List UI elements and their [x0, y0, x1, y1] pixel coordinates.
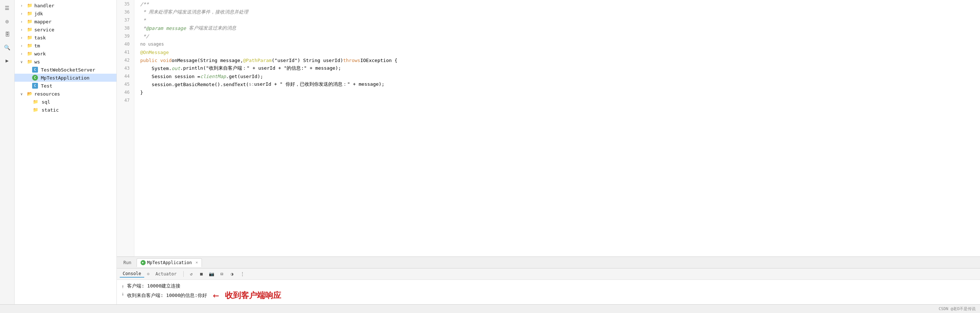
close-tab-btn[interactable]: ×: [196, 260, 198, 265]
code-line-41: @OnMessage: [140, 48, 974, 56]
tree-item-handler[interactable]: › 📁 handler: [14, 2, 116, 10]
folder-icon: 📁: [26, 58, 33, 65]
folder-icon: 📁: [26, 18, 33, 25]
line-41: 41: [121, 48, 130, 56]
tree-item-tm[interactable]: › 📁 tm: [14, 41, 116, 49]
folder-icon-sql: 📁: [32, 99, 39, 105]
arrow-icon: ›: [21, 4, 26, 8]
tree-item-jdk[interactable]: › 📁 jdk: [14, 10, 116, 17]
tree-item-sql[interactable]: 📁 sql: [14, 98, 116, 106]
tab-actuator[interactable]: Actuator: [153, 271, 180, 277]
folder-icon-static: 📁: [32, 106, 39, 113]
tree-item-service[interactable]: › 📁 service: [14, 25, 116, 33]
tree-item-test[interactable]: C Test: [14, 82, 116, 90]
folder-icon: 📁: [26, 34, 33, 41]
play-icon[interactable]: ▶: [2, 56, 13, 66]
console-output: ↑ ↓ 客户端: 10000建立连接 收到来自客户端: 10000的信息:你好 …: [117, 280, 980, 304]
run-icon: ▶: [141, 260, 146, 265]
console-output-area: ↑ ↓ 客户端: 10000建立连接 收到来自客户端: 10000的信息:你好 …: [121, 283, 975, 301]
line-38: 38: [121, 24, 130, 32]
arrow-icon: ›: [21, 36, 26, 40]
run-tab-mptestapplication[interactable]: ▶ MpTestApplication ×: [137, 258, 202, 267]
folder-icon: 📁: [26, 10, 33, 17]
file-tree: › 📁 handler › 📁 jdk › 📁 mapper › 📁 servi…: [14, 0, 117, 304]
circle-icon[interactable]: ◎: [2, 16, 13, 26]
annotation-label: 收到客户端响应: [225, 290, 281, 301]
class-icon-c: C: [32, 67, 38, 73]
down-arrow-icon: ↓: [121, 291, 124, 297]
tree-item-mptestapplication[interactable]: C MpTestApplication: [14, 74, 116, 82]
bottom-panel: Run ▶ MpTestApplication × Console ⊙ Actu…: [117, 256, 980, 304]
line-45: 45: [121, 80, 130, 88]
console-line-2-row: 收到来自客户端: 10000的信息:你好 ← 收到客户端响应: [127, 289, 281, 301]
tree-label-static: static: [41, 107, 59, 113]
split-btn[interactable]: ◑: [228, 270, 236, 278]
tree-label-tm: tm: [34, 43, 40, 49]
code-view[interactable]: 35 36 37 38 39 40 41 42 43 44 45 46 47 /…: [117, 0, 980, 256]
code-line-40: no usages: [140, 40, 974, 48]
line-46: 46: [121, 88, 130, 96]
run-tab-label: Run: [120, 259, 135, 267]
tree-label-mptestapplication: MpTestApplication: [41, 75, 89, 81]
console-toolbar: Console ⊙ Actuator ↺ ■ 📷 ⊟ ◑ ⋮: [117, 269, 980, 280]
line-numbers: 35 36 37 38 39 40 41 42 43 44 45 46 47: [117, 0, 134, 256]
console-lines: 客户端: 10000建立连接 收到来自客户端: 10000的信息:你好 ← 收到…: [127, 283, 281, 301]
tree-label-task: task: [34, 35, 46, 40]
code-line-43: System. out .println("收到来自客户端：" + userId…: [140, 64, 974, 72]
tree-item-ws[interactable]: ∨ 📁 ws: [14, 58, 116, 66]
run-tabs: Run ▶ MpTestApplication ×: [117, 257, 980, 269]
tree-item-task[interactable]: › 📁 task: [14, 33, 116, 41]
code-line-38: * @param message 客户端发送过来的消息: [140, 24, 974, 32]
minus-btn[interactable]: ⊟: [218, 270, 226, 278]
tree-label-testwebsocketserver: TestWebSocketServer: [41, 67, 95, 73]
folder-icon: 📁: [26, 42, 33, 49]
folder-icon-resources: 📂: [26, 91, 33, 97]
arrow-icon: ›: [21, 44, 26, 48]
tree-item-work[interactable]: › 📁 work: [14, 49, 116, 58]
line-44: 44: [121, 72, 130, 80]
code-line-37: *: [140, 16, 974, 24]
search-icon[interactable]: 🔍: [2, 42, 13, 52]
arrow-icon: ›: [21, 12, 26, 16]
line-37: 37: [121, 16, 130, 24]
folder-icon: 📁: [26, 2, 33, 9]
code-line-44: Session session = clientMap .get(userId)…: [140, 72, 974, 80]
folder-icon: 📁: [26, 50, 33, 57]
arrow-icon: ›: [21, 28, 26, 32]
console-side-arrows: ↑ ↓: [121, 283, 124, 297]
tree-label-work: work: [34, 51, 46, 57]
left-toolbar: ☰ ◎ 🗄 🔍 ▶: [0, 0, 14, 304]
database-icon[interactable]: 🗄: [2, 29, 13, 40]
stop-btn[interactable]: ■: [197, 270, 205, 278]
editor-area: 35 36 37 38 39 40 41 42 43 44 45 46 47 /…: [117, 0, 980, 304]
code-line-46: }: [140, 88, 974, 96]
line-47: 47: [121, 96, 130, 104]
line-39: 39: [121, 32, 130, 40]
arrow-icon: ›: [21, 20, 26, 24]
tree-label-ws: ws: [34, 59, 40, 65]
tree-label-jdk: jdk: [34, 11, 43, 16]
screenshot-btn[interactable]: 📷: [208, 270, 216, 278]
tree-label-test: Test: [41, 83, 52, 89]
class-icon-c: C: [32, 83, 38, 89]
tree-item-mapper[interactable]: › 📁 mapper: [14, 17, 116, 25]
more-btn[interactable]: ⋮: [239, 270, 247, 278]
annotation-overlay: ← 收到客户端响应: [213, 289, 281, 301]
arrow-icon: ∨: [21, 60, 26, 64]
code-content[interactable]: /** * 用来处理客户端发送消息事件，接收消息并处理 * * @param m…: [134, 0, 980, 256]
console-line-1: 客户端: 10000建立连接: [127, 283, 281, 289]
reload-btn[interactable]: ↺: [187, 270, 195, 278]
tree-item-static[interactable]: 📁 static: [14, 106, 116, 114]
folder-icon: 📁: [26, 26, 33, 33]
line-36: 36: [121, 8, 130, 16]
run-app-label: MpTestApplication: [147, 260, 192, 265]
tab-console[interactable]: Console: [120, 270, 144, 278]
code-line-39: */: [140, 32, 974, 40]
line-42: 42: [121, 56, 130, 64]
class-icon-green: C: [32, 75, 38, 81]
tree-item-resources[interactable]: ∨ 📂 resources: [14, 90, 116, 98]
status-bar: CSDN @老D不是传说: [0, 304, 980, 313]
tree-item-testwebsocketserver[interactable]: C TestWebSocketServer: [14, 66, 116, 74]
hamburger-icon[interactable]: ☰: [2, 3, 13, 13]
status-text: CSDN @老D不是传说: [939, 306, 975, 311]
